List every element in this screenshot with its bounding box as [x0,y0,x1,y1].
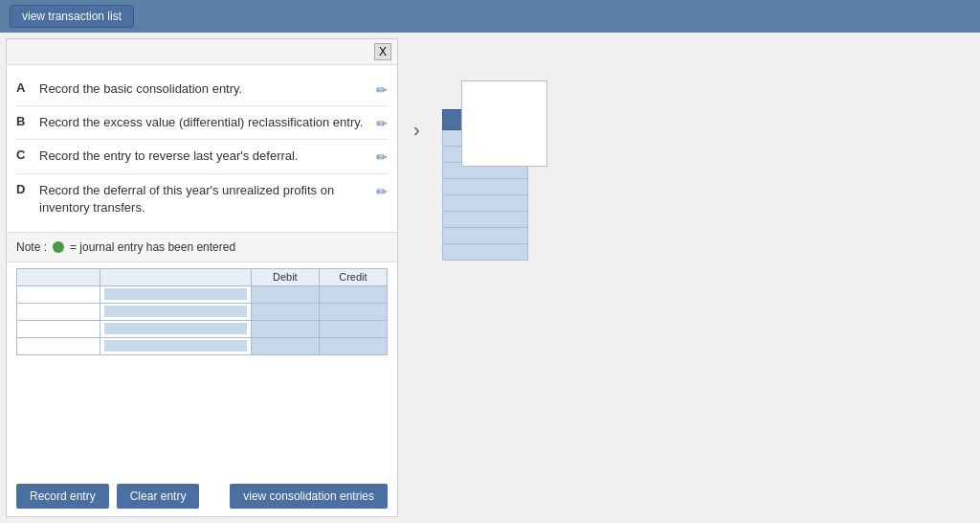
cell-account-2[interactable] [17,303,100,320]
table-row [17,320,388,337]
input-account-4[interactable] [21,340,96,352]
cell-credit-2[interactable] [319,303,387,320]
cell-desc-3[interactable] [100,320,251,337]
task-letter-a: A [16,80,32,95]
clear-entry-button[interactable]: Clear entry [117,484,200,509]
left-panel: X A Record the basic consolidation entry… [6,38,398,517]
credit-row [443,179,528,195]
input-credit-3[interactable] [323,323,383,334]
input-desc-3[interactable] [104,323,247,334]
input-debit-4[interactable] [256,340,315,352]
credit-row [443,244,528,261]
col-header-desc [100,268,251,285]
task-text-d: Record the deferral of this year's unrea… [39,182,368,216]
credit-cell [443,228,528,244]
table-row [17,303,388,320]
input-debit-3[interactable] [256,323,315,334]
task-list: A Record the basic consolidation entry. … [7,65,397,232]
col-header-debit: Debit [251,268,319,285]
task-letter-c: C [16,148,32,162]
table-row [17,337,388,354]
cell-account-3[interactable] [17,320,100,337]
input-credit-1[interactable] [323,288,383,300]
edit-icon-d[interactable]: ✏ [376,184,388,199]
edit-icon-a[interactable]: ✏ [376,82,388,98]
input-credit-4[interactable] [323,340,383,352]
note-suffix: = journal entry has been entered [70,240,235,254]
task-text-c: Record the entry to reverse last year's … [39,148,368,165]
cell-desc-4[interactable] [100,337,251,354]
task-text-b: Record the excess value (differential) r… [39,114,368,131]
table-row [17,285,388,303]
view-transaction-button[interactable]: view transaction list [10,5,134,28]
task-item-b: B Record the excess value (differential)… [16,106,388,140]
note-area: Note : = journal entry has been entered [7,232,397,262]
journal-table: Debit Credit [16,268,388,355]
cell-desc-2[interactable] [100,303,251,320]
cell-account-4[interactable] [17,337,100,354]
input-account-3[interactable] [21,323,96,334]
top-bar: view transaction list [0,0,980,33]
col-header-account [17,268,100,285]
main-area: X A Record the basic consolidation entry… [0,33,980,523]
task-text-a: Record the basic consolidation entry. [39,80,368,98]
cell-desc-1[interactable] [100,285,251,303]
task-item-d: D Record the deferral of this year's unr… [16,174,388,224]
cell-credit-4[interactable] [319,337,387,354]
cell-debit-4[interactable] [251,337,319,354]
credit-cell [443,195,528,212]
note-prefix: Note : [16,240,47,254]
right-input-box [461,80,547,167]
panel-header: X [7,39,397,65]
credit-cell [443,179,528,195]
view-consolidation-button[interactable]: view consolidation entries [230,484,388,509]
credit-row [443,212,528,228]
cell-account-1[interactable] [17,285,100,303]
edit-icon-b[interactable]: ✏ [376,116,388,131]
record-entry-button[interactable]: Record entry [16,484,109,509]
input-debit-1[interactable] [256,288,315,300]
cell-debit-3[interactable] [251,320,319,337]
input-account-1[interactable] [21,288,96,300]
close-button[interactable]: X [374,43,391,60]
right-panel: › Credit [404,33,980,523]
credit-cell [443,212,528,228]
edit-icon-c[interactable]: ✏ [376,149,388,165]
input-credit-2[interactable] [323,306,383,317]
cell-credit-1[interactable] [319,285,387,303]
input-account-2[interactable] [21,306,96,317]
cell-credit-3[interactable] [319,320,387,337]
credit-row [443,195,528,212]
input-desc-1[interactable] [104,288,247,300]
cell-debit-2[interactable] [251,303,319,320]
col-header-credit: Credit [319,268,387,285]
task-item-c: C Record the entry to reverse last year'… [16,140,388,173]
task-letter-d: D [16,182,32,196]
input-debit-2[interactable] [256,306,315,317]
credit-cell [443,244,528,261]
cell-debit-1[interactable] [251,285,319,303]
input-desc-2[interactable] [104,306,247,317]
task-letter-b: B [16,114,32,128]
credit-row [443,228,528,244]
input-desc-4[interactable] [104,340,247,352]
chevron-right-icon[interactable]: › [413,119,420,141]
buttons-area: Record entry Clear entry view consolidat… [7,476,397,516]
green-dot-icon [53,241,64,253]
task-item-a: A Record the basic consolidation entry. … [16,73,388,106]
journal-table-area: Debit Credit [7,262,397,476]
